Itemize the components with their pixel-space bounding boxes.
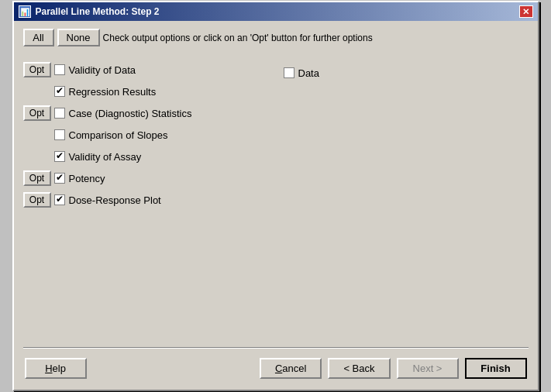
check-potency[interactable] [54, 173, 65, 184]
label-validity-data[interactable]: Validity of Data [54, 64, 136, 76]
label-case-diagnostic[interactable]: Case (Diagnostic) Statistics [54, 108, 192, 119]
opt-validity-data[interactable]: Opt [23, 62, 51, 77]
label-dose-response[interactable]: Dose-Response Plot [54, 194, 161, 206]
finish-button[interactable]: Finish [465, 358, 527, 379]
cancel-button[interactable]: Cancel [260, 358, 322, 379]
next-button[interactable]: Next > [397, 358, 459, 379]
all-button[interactable]: All [23, 29, 54, 46]
row-validity-data: Opt Validity of Data [23, 60, 268, 79]
row-validity-assay: Validity of Assay [23, 147, 268, 166]
check-validity-data[interactable] [54, 64, 65, 75]
check-regression-results[interactable] [54, 86, 65, 97]
check-data[interactable] [284, 67, 294, 78]
row-regression-results: Regression Results [23, 82, 268, 101]
opt-potency[interactable]: Opt [23, 170, 51, 186]
label-data[interactable]: Data [284, 67, 319, 79]
check-case-diagnostic[interactable] [54, 108, 65, 119]
row-comparison-slopes: Comparison of Slopes [23, 126, 268, 144]
right-column: Data [284, 60, 529, 209]
title-bar: 📊 Parallel Line Method: Step 2 ✕ [14, 2, 538, 21]
window-icon: 📊 [19, 5, 31, 18]
help-label: elp [53, 363, 66, 374]
window-title: Parallel Line Method: Step 2 [36, 6, 160, 17]
footer-right-group: Cancel < Back Next > Finish [260, 358, 527, 379]
close-button[interactable]: ✕ [519, 5, 533, 18]
row-dose-response: Opt Dose-Response Plot [23, 191, 268, 209]
check-comparison-slopes[interactable] [54, 129, 65, 140]
footer-buttons: Help Cancel < Back Next > Finish [23, 355, 529, 382]
none-button[interactable]: None [57, 29, 100, 46]
label-comparison-slopes[interactable]: Comparison of Slopes [54, 129, 168, 141]
instruction-text: Check output options or click on an 'Opt… [103, 33, 529, 43]
opt-case-diagnostic[interactable]: Opt [23, 105, 51, 121]
top-bar: All None Check output options or click o… [23, 29, 529, 46]
back-button[interactable]: < Back [328, 358, 390, 379]
check-dose-response[interactable] [54, 194, 65, 205]
row-data: Data [284, 64, 529, 82]
help-button[interactable]: Help [25, 358, 87, 379]
row-case-diagnostic: Opt Case (Diagnostic) Statistics [23, 104, 268, 122]
check-validity-assay[interactable] [54, 151, 65, 162]
content-area: Opt Validity of Data Regression Results [23, 57, 529, 336]
label-validity-assay[interactable]: Validity of Assay [54, 151, 142, 163]
main-window: 📊 Parallel Line Method: Step 2 ✕ All Non… [12, 1, 539, 391]
opt-dose-response[interactable]: Opt [23, 192, 51, 208]
row-potency: Opt Potency [23, 169, 268, 187]
label-potency[interactable]: Potency [54, 173, 105, 184]
label-regression-results[interactable]: Regression Results [54, 86, 157, 98]
left-column: Opt Validity of Data Regression Results [23, 60, 268, 209]
footer-separator [23, 347, 529, 349]
